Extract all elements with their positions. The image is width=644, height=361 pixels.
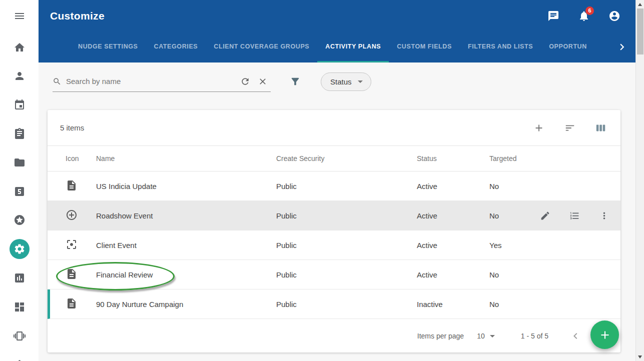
columns-icon[interactable] (595, 122, 606, 134)
chevron-left-icon[interactable] (569, 330, 581, 342)
number-5-icon (14, 186, 26, 198)
notification-badge: 6 (585, 6, 594, 15)
plus-circle-icon (66, 209, 78, 221)
star-circle-icon (14, 214, 26, 226)
sidebar-item-favorites[interactable] (10, 210, 30, 230)
folder-icon (14, 156, 26, 168)
refresh-icon[interactable] (240, 76, 250, 86)
row-targeted: No (489, 182, 620, 190)
table-row[interactable]: Financial Review Public Active No (48, 260, 620, 290)
page-title: Customize (50, 10, 105, 22)
sidebar-item-dashboard[interactable] (10, 297, 30, 317)
sidebar-item-home[interactable] (10, 38, 30, 58)
sidebar-item-mobile[interactable] (10, 326, 30, 346)
row-status: Active (417, 212, 489, 220)
numbered-list-icon[interactable] (569, 210, 580, 221)
add-fab-button[interactable] (590, 320, 619, 349)
tab-activity-plans[interactable]: ACTIVITY PLANS (317, 32, 389, 62)
home-icon (14, 42, 26, 54)
layers-icon (14, 359, 26, 361)
filter-funnel-icon[interactable] (290, 76, 301, 87)
sidebar-item-five[interactable] (10, 182, 30, 202)
dashboard-icon (14, 301, 26, 313)
column-header-targeted[interactable]: Targeted (489, 154, 620, 162)
add-icon[interactable] (533, 122, 544, 134)
sidebar-item-settings-active[interactable] (10, 239, 30, 259)
sidebar-item-partial[interactable] (10, 355, 30, 361)
row-status: Active (417, 182, 489, 190)
app-window: Customize 6 NUDGE SETTINGS CATEGORIES CL… (0, 0, 644, 361)
row-status: Active (417, 270, 489, 279)
row-create-security: Public (276, 182, 417, 190)
sidebar-item-tasks[interactable] (10, 124, 30, 144)
scrollbar-thumb[interactable] (637, 8, 643, 54)
person-icon (14, 70, 26, 82)
chevron-down-icon (490, 335, 495, 338)
chevron-right-icon[interactable] (615, 40, 628, 54)
tab-custom-fields[interactable]: CUSTOM FIELDS (389, 32, 460, 62)
row-create-security: Public (276, 241, 417, 250)
sidebar-item-contacts[interactable] (10, 66, 30, 86)
search-input[interactable] (66, 77, 236, 86)
items-per-page-label: Items per page (417, 332, 464, 340)
page-range: 1 - 5 of 5 (521, 332, 548, 340)
items-count: 5 items (60, 124, 84, 132)
sidebar-item-calendar[interactable] (10, 95, 30, 115)
table-row[interactable]: 90 Day Nurture Campaign Public Inactive … (48, 290, 620, 319)
row-targeted: No (489, 300, 620, 308)
row-name: 90 Day Nurture Campaign (96, 300, 276, 308)
row-targeted: No (489, 270, 620, 279)
sort-icon[interactable] (564, 122, 575, 134)
row-icon-cell (66, 180, 96, 193)
column-header-create-security[interactable]: Create Security (276, 154, 417, 162)
table-row[interactable]: Client Event Public Active Yes (48, 230, 620, 260)
more-vertical-icon[interactable] (599, 210, 609, 221)
tab-categories[interactable]: CATEGORIES (146, 32, 206, 62)
tab-client-coverage-groups[interactable]: CLIENT COVERAGE GROUPS (206, 32, 317, 62)
edit-pencil-icon[interactable] (540, 210, 550, 221)
tab-nudge-settings[interactable]: NUDGE SETTINGS (70, 32, 146, 62)
row-icon-cell (66, 268, 96, 282)
app-header: Customize 6 NUDGE SETTINGS CATEGORIES CL… (39, 0, 635, 62)
calendar-icon (14, 99, 26, 111)
app-header-top: Customize 6 (39, 0, 635, 32)
sidebar-item-files[interactable] (10, 152, 30, 172)
header-actions: 6 (547, 10, 620, 22)
table-row[interactable]: US Indicia Update Public Active No (48, 172, 620, 201)
column-header-status[interactable]: Status (417, 154, 489, 162)
table-toolbar: 5 items (48, 110, 620, 146)
items-per-page-select[interactable]: 10 (477, 332, 495, 340)
bar-chart-icon (14, 272, 26, 284)
status-filter-label: Status (330, 78, 352, 86)
left-sidebar (0, 0, 39, 361)
tab-opportunities[interactable]: OPPORTUN (541, 32, 595, 62)
menu-icon[interactable] (10, 6, 30, 26)
close-icon[interactable] (258, 76, 268, 86)
table-row[interactable]: Roadshow Event Public Active No (48, 201, 620, 230)
row-actions (540, 201, 609, 230)
chat-icon[interactable] (547, 10, 559, 22)
column-header-icon[interactable]: Icon (66, 154, 96, 162)
scroll-down-arrow-icon[interactable] (636, 352, 644, 361)
notifications-bell-icon[interactable]: 6 (578, 10, 590, 22)
vertical-scrollbar[interactable] (635, 0, 644, 361)
row-create-security: Public (276, 270, 417, 279)
row-status: Inactive (417, 300, 489, 308)
sidebar-item-reports[interactable] (10, 268, 30, 288)
row-targeted: Yes (489, 241, 620, 250)
status-filter-chip[interactable]: Status (321, 72, 371, 91)
scroll-up-arrow-icon[interactable] (636, 0, 644, 8)
row-create-security: Public (276, 300, 417, 308)
row-name: Financial Review (96, 270, 276, 279)
account-avatar-icon[interactable] (608, 10, 620, 22)
tab-filters-and-lists[interactable]: FILTERS AND LISTS (460, 32, 541, 62)
column-header-name[interactable]: Name (96, 154, 276, 162)
row-status: Active (417, 241, 489, 250)
pagination-bar: Items per page 10 1 - 5 of 5 (48, 320, 620, 352)
center-focus-icon (66, 238, 78, 250)
items-per-page-value: 10 (477, 332, 485, 340)
table-header-row: Icon Name Create Security Status Targete… (48, 146, 620, 172)
row-name: Roadshow Event (96, 212, 276, 220)
search-box (53, 71, 271, 92)
document-icon (66, 268, 78, 280)
